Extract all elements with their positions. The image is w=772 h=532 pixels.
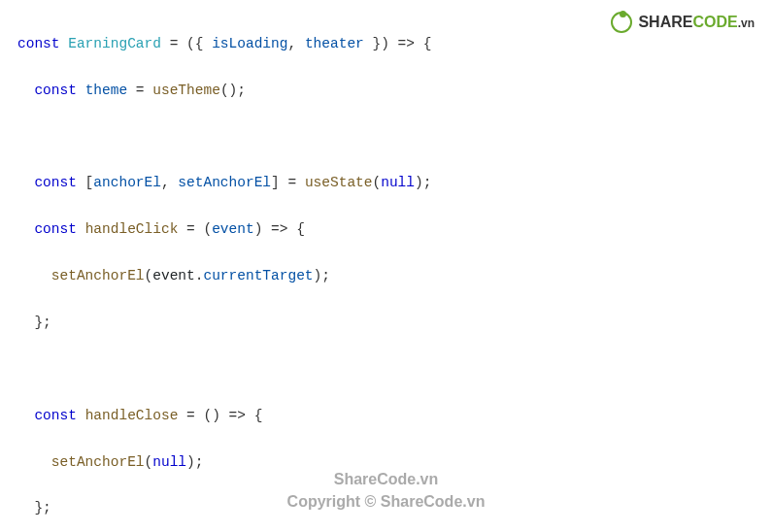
code-line: const handleClick = (event) => { xyxy=(17,218,762,242)
code-line: const theme = useTheme(); xyxy=(17,80,762,103)
code-line xyxy=(17,358,762,382)
code-line: }; xyxy=(17,312,762,335)
code-line xyxy=(17,126,762,150)
code-line: }; xyxy=(17,497,762,520)
code-line: const EarningCard = ({ isLoading, theate… xyxy=(17,33,762,56)
code-line: const [anchorEl, setAnchorEl] = useState… xyxy=(17,172,762,195)
code-line: const handleClose = () => { xyxy=(17,405,762,428)
code-block: const EarningCard = ({ isLoading, theate… xyxy=(0,0,772,532)
code-line: setAnchorEl(event.currentTarget); xyxy=(17,265,762,288)
code-line: setAnchorEl(null); xyxy=(17,451,762,475)
